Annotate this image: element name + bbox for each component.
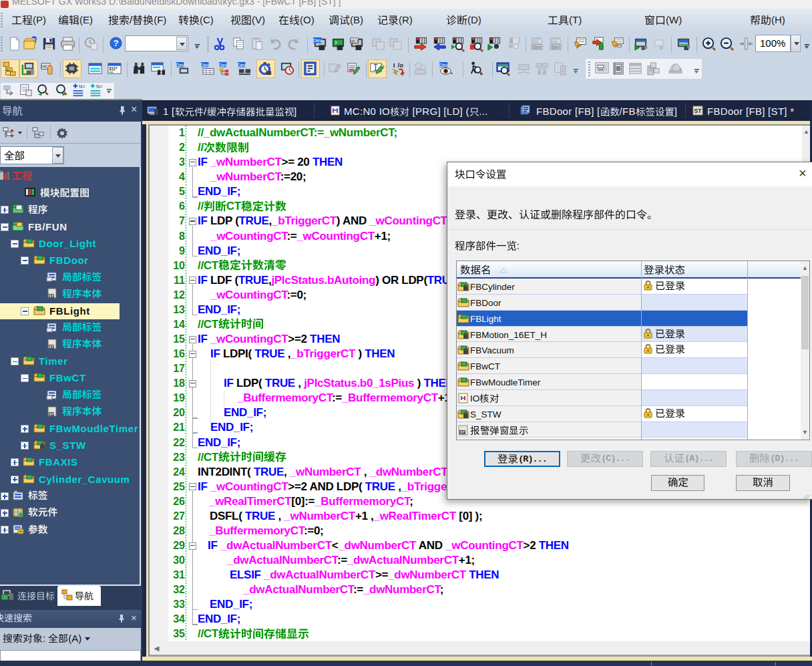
svg-text:ST: ST: [694, 108, 702, 114]
svg-text:N=: N=: [96, 84, 103, 90]
svg-text:Dev: Dev: [533, 45, 542, 49]
svg-text:Dev: Dev: [439, 63, 448, 68]
svg-text:?: ?: [113, 38, 118, 48]
svg-text:ST: ST: [460, 430, 465, 434]
svg-text:Dev: Dev: [200, 63, 209, 68]
svg-text:N=: N=: [79, 84, 85, 90]
svg-text:ST: ST: [49, 294, 54, 298]
svg-text:HKY: HKY: [350, 39, 359, 43]
svg-text:Dev: Dev: [237, 63, 246, 68]
svg-text:/o: /o: [398, 61, 404, 69]
svg-text:ST: ST: [49, 345, 54, 349]
svg-text:Dev: Dev: [218, 63, 227, 68]
svg-text:Dev: Dev: [176, 63, 184, 68]
svg-text:Dev: Dev: [313, 37, 322, 43]
svg-text:ST: ST: [49, 412, 54, 416]
svg-text:Dev: Dev: [552, 45, 560, 49]
svg-text:I: I: [393, 61, 395, 69]
